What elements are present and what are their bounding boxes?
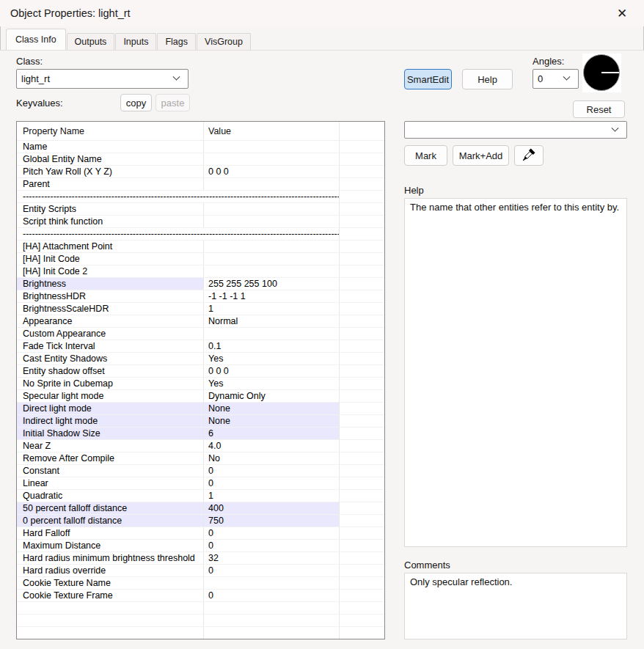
table-row[interactable] [17,627,384,639]
table-row[interactable]: 50 percent falloff distance400 [17,502,384,515]
property-extra-cell [340,465,384,477]
property-extra-cell [340,577,384,589]
table-row[interactable]: Fade Tick Interval0.1 [17,340,384,353]
table-row[interactable]: 0 percent falloff distance750 [17,515,384,527]
mark-add-button[interactable]: Mark+Add [453,145,509,166]
column-header-property-name[interactable]: Property Name [17,122,204,140]
table-row[interactable]: Custom Appearance [17,328,384,340]
table-row[interactable]: Script think function [17,216,384,228]
table-row[interactable] [17,602,384,615]
copy-button[interactable]: copy [120,94,152,111]
table-row[interactable]: Cast Entity ShadowsYes [17,353,384,365]
table-row[interactable]: Constant0 [17,465,384,477]
tab-label: Class Info [15,34,56,45]
table-row[interactable]: Cookie Texture Name [17,577,384,590]
tab-class-info[interactable]: Class Info [6,29,66,50]
close-icon[interactable]: ✕ [606,2,638,24]
reset-button[interactable]: Reset [573,100,625,118]
property-extra-cell [340,515,384,527]
tab-strip: Class Info Outputs Inputs Flags VisGroup [6,29,638,50]
property-name-cell: Appearance [17,315,204,327]
table-row[interactable]: Initial Shadow Size6 [17,428,384,440]
table-row[interactable]: Entity shadow offset0 0 0 [17,365,384,378]
property-name-cell: Specular light mode [17,390,204,402]
window-titlebar: Object Properties: light_rt ✕ [0,0,644,26]
property-name-cell: Hard radius override [17,565,204,576]
table-row[interactable]: BrightnessScaleHDR1 [17,303,384,315]
table-row[interactable]: AppearanceNormal [17,315,384,328]
tab-label: Inputs [123,37,148,47]
table-row[interactable]: Parent [17,178,384,191]
property-extra-cell [340,141,384,153]
property-extra-cell [340,627,384,639]
table-row[interactable]: No Sprite in CubemapYes [17,378,384,390]
property-name-cell: Global Entity Name [17,153,204,165]
tab-inputs[interactable]: Inputs [115,33,156,50]
property-value-cell [204,615,340,626]
table-row[interactable]: Maximum Distance0 [17,540,384,552]
property-name-cell: Hard radius minimum brightness threshold [17,552,204,564]
property-value-cell [204,265,340,277]
property-extra-cell [340,203,384,215]
table-row[interactable]: Linear0 [17,477,384,490]
tab-flags[interactable]: Flags [157,33,196,50]
property-value-cell [204,178,340,190]
table-row[interactable]: Quadratic1 [17,490,384,502]
property-name-cell: No Sprite in Cubemap [17,378,204,389]
property-extra-cell [340,615,384,626]
property-value-cell: Normal [204,315,340,327]
tab-outputs[interactable]: Outputs [67,33,115,50]
table-row[interactable]: Global Entity Name [17,153,384,166]
value-combobox[interactable] [404,121,627,139]
property-extra-cell [340,540,384,551]
table-row[interactable]: Direct light modeNone [17,403,384,415]
table-row[interactable]: [HA] Init Code 2 [17,265,384,278]
column-header-extra[interactable] [340,122,384,140]
mark-button[interactable]: Mark [404,145,447,166]
table-row[interactable]: ----------------------------------------… [17,228,384,241]
comments-label: Comments [404,560,450,571]
help-button[interactable]: Help [462,69,513,89]
comments-text-box[interactable]: Only specular reflection. [404,573,627,639]
property-name-cell [17,615,204,626]
angles-combobox[interactable]: 0 [533,69,579,89]
property-value-cell: 4.0 [204,440,340,452]
class-combobox[interactable]: light_rt [16,69,189,89]
class-label: Class: [16,56,43,67]
property-value-cell [204,253,340,265]
table-row[interactable]: Specular light modeDynamic Only [17,390,384,403]
eyedropper-button[interactable] [514,145,544,166]
table-row[interactable]: [HA] Init Code [17,253,384,265]
table-row[interactable]: Near Z4.0 [17,440,384,452]
table-row[interactable]: BrightnessHDR-1 -1 -1 1 [17,290,384,303]
property-name-cell: Cookie Texture Frame [17,590,204,601]
angle-dial[interactable] [582,54,621,92]
table-row[interactable]: Hard radius override0 [17,565,384,577]
table-row[interactable]: Hard Falloff0 [17,527,384,540]
keyvalues-label: Keyvalues: [16,98,63,109]
tab-visgroup[interactable]: VisGroup [197,33,251,50]
property-name-cell: Quadratic [17,490,204,502]
property-name-cell: Constant [17,465,204,477]
property-value-cell: 750 [204,515,340,527]
table-row[interactable]: ----------------------------------------… [17,191,384,203]
table-row[interactable]: Cookie Texture Frame0 [17,590,384,602]
table-row[interactable] [17,615,384,627]
table-row[interactable]: Hard radius minimum brightness threshold… [17,552,384,565]
table-row[interactable]: Remove After CompileNo [17,452,384,465]
smartedit-button[interactable]: SmartEdit [404,69,452,89]
separator-dashes: ----------------------------------------… [17,228,340,240]
table-row[interactable]: [HA] Attachment Point [17,241,384,253]
table-row[interactable]: Pitch Yaw Roll (X Y Z)0 0 0 [17,166,384,178]
table-row[interactable]: Name [17,141,384,153]
column-header-value[interactable]: Value [204,122,340,140]
table-row[interactable]: Indirect light modeNone [17,415,384,428]
paste-button[interactable]: paste [155,94,190,111]
property-value-cell: 32 [204,552,340,564]
property-name-cell: [HA] Attachment Point [17,241,204,252]
property-extra-cell [340,241,384,252]
table-row[interactable]: Entity Scripts [17,203,384,216]
property-name-cell [17,627,204,639]
table-row[interactable]: Brightness255 255 255 100 [17,278,384,290]
property-extra-cell [340,502,384,514]
